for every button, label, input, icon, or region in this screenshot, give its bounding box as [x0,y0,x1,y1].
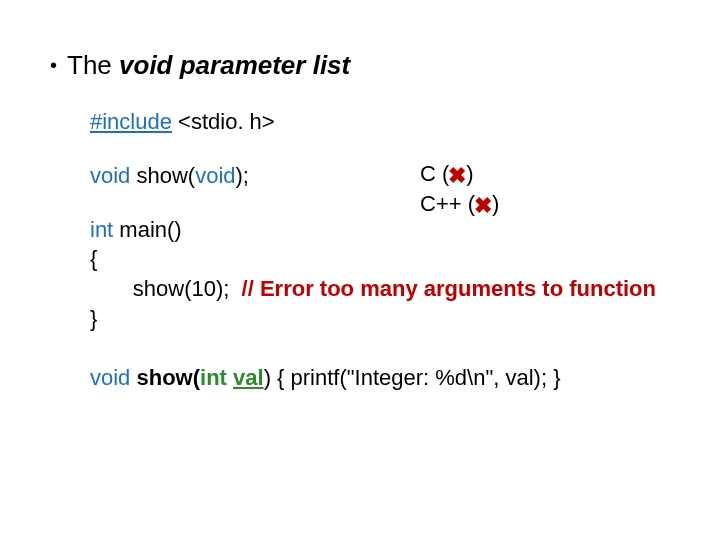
slide-content: • The void parameter list #include <stdi… [0,0,720,393]
decl-close: ); [236,163,249,188]
lang-cpp-close: ) [492,191,499,216]
decl-void-param: void [195,163,235,188]
bullet-prefix: The [67,50,119,80]
lang-row-c: C (✖) [420,159,499,189]
spacer [90,137,670,161]
def-int: int [200,365,227,390]
bullet-text: The void parameter list [67,50,350,81]
bullet-dot: • [50,55,57,75]
def-show-open: show( [130,365,200,390]
lang-c-label: C ( [420,161,449,186]
error-comment: // Error too many arguments to function [242,276,656,301]
lang-row-cpp: C++ (✖) [420,189,499,219]
def-val: val [233,365,264,390]
spacer [90,191,670,215]
lang-status-box: C (✖) C++ (✖) [420,159,499,219]
spacer [90,333,670,357]
main-name: main() [113,217,181,242]
def-void: void [90,365,130,390]
def-line: void show(int val) { printf("Integer: %d… [90,363,670,393]
bullet-emph: void parameter list [119,50,350,80]
include-header: <stdio. h> [172,109,275,134]
cross-icon: ✖ [474,191,493,221]
cross-icon: ✖ [448,161,467,191]
decl-show-open: show( [130,163,195,188]
main-sig-line: int main() [90,215,670,245]
call-line: show(10); // Error too many arguments to… [90,274,670,304]
call-text: show(10); [90,276,242,301]
def-body: ) { printf("Integer: %d\n", val); } [264,365,561,390]
code-block: #include <stdio. h> void show(void); C (… [90,107,670,393]
include-directive: #include [90,109,172,134]
include-line: #include <stdio. h> [90,107,670,137]
bullet-heading: • The void parameter list [50,50,670,81]
decl-line: void show(void); [90,161,670,191]
lang-c-close: ) [466,161,473,186]
brace-open: { [90,244,670,274]
brace-close: } [90,304,670,334]
lang-cpp-label: C++ ( [420,191,475,216]
main-int: int [90,217,113,242]
decl-void-ret: void [90,163,130,188]
